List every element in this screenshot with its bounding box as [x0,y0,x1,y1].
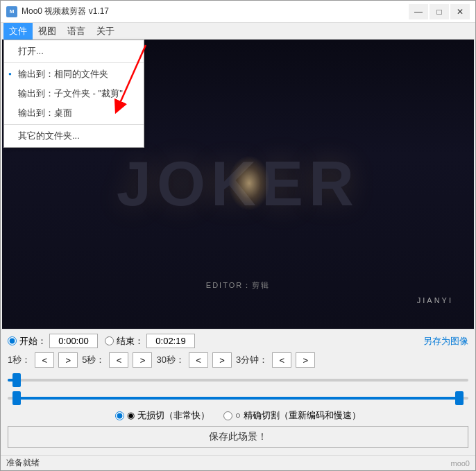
lossless-group: ◉ 无损切（非常快） [115,409,210,422]
start-radio-group: 开始： [8,334,98,348]
start-time-input[interactable] [49,334,98,348]
end-time-input[interactable] [146,334,195,348]
step5-fwd-btn[interactable]: > [133,352,152,368]
position-thumb[interactable] [12,373,21,387]
file-menu-item[interactable]: 文件 [3,23,33,40]
start-label: 开始： [19,335,46,348]
menu-divider [4,62,144,63]
window-controls: — □ ✕ [409,4,470,19]
main-window: M Moo0 视频裁剪器 v1.17 — □ ✕ 文件 打开... 输出到：相同… [0,0,476,471]
menu-output-sub[interactable]: 输出到：子文件夹 - "裁剪" [4,84,144,103]
step-controls-row: 1秒： < > 5秒： < > 30秒： < > 3分钟： < > [8,352,468,368]
controls-area: 开始： 结束： 另存为图像 1秒： < > 5秒： < > 30秒： < > 3… [1,329,475,455]
range-end-thumb[interactable] [455,391,464,405]
step1-back-btn[interactable]: < [35,352,54,368]
window-title: Moo0 视频裁剪器 v1.17 [22,6,409,17]
editor-label: EDITOR：剪辑 [206,280,270,291]
step30-back-btn[interactable]: < [189,352,208,368]
close-button[interactable]: ✕ [450,4,470,19]
precise-group: ○ 精确切割（重新编码和慢速） [223,409,360,422]
menu-output-desktop[interactable]: 输出到：桌面 [4,103,144,123]
range-slider-row [8,391,468,405]
lossless-label: ◉ 无损切（非常快） [127,409,210,422]
menu-divider-2 [4,124,144,125]
menu-output-other[interactable]: 其它的文件夹... [4,126,144,146]
menu-output-same[interactable]: 输出到：相同的文件夹 [4,65,144,84]
menu-bar: 文件 打开... 输出到：相同的文件夹 输出到：子文件夹 - "裁剪" 输出到：… [1,23,475,40]
language-menu-item[interactable]: 语言 [62,23,91,40]
minimize-button[interactable]: — [409,4,428,19]
end-label: 结束： [117,335,144,348]
position-slider-row [8,373,468,387]
file-dropdown: 打开... 输出到：相同的文件夹 输出到：子文件夹 - "裁剪" 输出到：桌面 … [3,40,144,148]
step5-back-btn[interactable]: < [109,352,128,368]
view-menu-item[interactable]: 视图 [33,23,62,40]
menu-open[interactable]: 打开... [4,42,144,61]
precise-label: ○ 精确切割（重新编码和慢速） [235,409,360,422]
lossless-radio[interactable] [115,411,124,420]
save-scene-button[interactable]: 保存此场景！ [8,426,468,448]
step3m-label: 3分钟： [236,354,268,366]
maximize-button[interactable]: □ [430,4,449,19]
jianyi-label: JIANYI [417,296,453,305]
end-radio-group: 结束： [105,334,195,348]
step30-label: 30秒： [156,354,184,366]
save-image-link[interactable]: 另存为图像 [423,335,468,348]
title-bar: M Moo0 视频裁剪器 v1.17 — □ ✕ [1,1,475,23]
time-controls-row: 开始： 结束： 另存为图像 [8,334,468,348]
step1-label: 1秒： [8,354,31,366]
status-bar: 准备就绪 moo0 [1,455,475,470]
video-light-effect [228,155,270,211]
position-slider-container[interactable] [8,373,468,387]
range-start-thumb[interactable] [12,391,21,405]
step3m-back-btn[interactable]: < [272,352,291,368]
step30-fwd-btn[interactable]: > [212,352,232,368]
status-text-right: moo0 [450,459,470,468]
about-menu-item[interactable]: 关于 [91,23,120,40]
step1-fwd-btn[interactable]: > [58,352,78,368]
cut-mode-row: ◉ 无损切（非常快） ○ 精确切割（重新编码和慢速） [8,409,468,422]
file-menu-container: 文件 打开... 输出到：相同的文件夹 输出到：子文件夹 - "裁剪" 输出到：… [3,23,33,40]
start-radio[interactable] [8,336,17,345]
status-text-left: 准备就绪 [6,457,40,469]
step5-label: 5秒： [82,354,105,366]
end-radio[interactable] [105,336,114,345]
step3m-fwd-btn[interactable]: > [296,352,315,368]
precise-radio[interactable] [223,411,232,420]
app-icon: M [6,6,17,17]
